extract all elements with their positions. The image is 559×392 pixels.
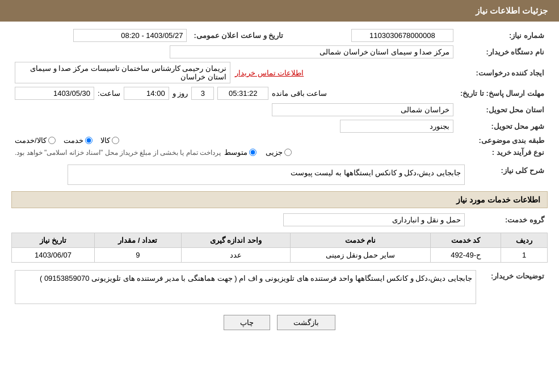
- category-option-kala-khadamat[interactable]: کالا/خدمت: [15, 136, 56, 145]
- contact-link[interactable]: اطلاعات تماس خریدار: [235, 69, 304, 77]
- category-option-kala-label: کالا: [100, 136, 110, 145]
- general-desc-value: جابجایی دیش،دکل و کانکس ایستگاهها به لیس…: [11, 163, 468, 187]
- services-table-header-row: ردیف کد خدمت نام خدمت واحد اندازه گیری ت…: [12, 233, 548, 248]
- requester-row: ایجاد کننده درخواست: نریمان رحیمی کارشنا…: [11, 60, 548, 85]
- announce-date-input: 1403/05/27 - 08:20: [73, 29, 187, 42]
- reply-time-input: 14:00: [124, 87, 169, 100]
- province-row: استان محل تحویل: خراسان شمالی: [11, 102, 548, 118]
- services-section: ردیف کد خدمت نام خدمت واحد اندازه گیری ت…: [11, 233, 548, 263]
- cell-name: سایر حمل ونقل زمینی: [291, 248, 431, 263]
- announce-date-label: تاریخ و ساعت اعلان عمومی:: [190, 27, 295, 44]
- general-desc-row: شرح کلی نیاز: جابجایی دیش،دکل و کانکس ای…: [11, 163, 548, 187]
- page-container: جزئیات اطلاعات نیاز شماره نیاز: 11030306…: [0, 0, 559, 392]
- city-input: بجنورد: [340, 120, 453, 133]
- remaining-input: 05:31:22: [217, 87, 268, 100]
- print-button[interactable]: چاپ: [224, 315, 270, 330]
- cell-unit: عدد: [181, 248, 290, 263]
- city-label: شهر محل تحویل:: [457, 118, 548, 134]
- category-radio-khadamat[interactable]: [85, 137, 93, 144]
- services-table-body: 1 ح-49-492 سایر حمل ونقل زمینی عدد 9 140…: [12, 248, 548, 263]
- category-label: طبقه بندی موضوعی:: [457, 134, 548, 146]
- remaining-label: ساعت باقی مانده: [272, 89, 327, 98]
- general-desc-input[interactable]: جابجایی دیش،دکل و کانکس ایستگاهها به لیس…: [68, 165, 465, 185]
- service-group-row: گروه خدمت: حمل و نقل و انبارداری: [11, 212, 548, 228]
- requester-label: ایجاد کننده درخواست:: [457, 60, 548, 85]
- buyer-org-row: نام دستگاه خریدار: مرکز صدا و سیمای استا…: [11, 44, 548, 60]
- category-option-kala-khadamat-label: کالا/خدمت: [15, 136, 47, 145]
- need-number-input: 1103030678000008: [351, 29, 453, 42]
- buyer-desc-label: توضیحات خریدار:: [480, 268, 548, 306]
- purchase-type-radio-jozee[interactable]: [284, 149, 292, 156]
- buyer-org-label: نام دستگاه خریدار:: [457, 44, 548, 60]
- need-number-row: شماره نیاز: 1103030678000008 تاریخ و ساع…: [11, 27, 548, 44]
- purchase-type-option-jozee[interactable]: جزیی: [266, 148, 292, 157]
- purchase-type-label: نوع فرآیند خرید :: [457, 146, 548, 158]
- reply-deadline-row: مهلت ارسال پاسخ: تا تاریخ: 1403/05/30 سا…: [11, 85, 548, 102]
- province-value: خراسان شمالی: [11, 102, 457, 118]
- back-button[interactable]: بازگشت: [277, 315, 335, 330]
- purchase-type-mutavasset-label: متوسط: [224, 148, 247, 157]
- category-value: کالا/خدمت خدمت کالا: [11, 134, 457, 146]
- page-header: جزئیات اطلاعات نیاز: [0, 0, 559, 22]
- info-table: شماره نیاز: 1103030678000008 تاریخ و ساع…: [11, 27, 548, 158]
- buyer-org-input: مرکز صدا و سیمای استان خراسان شمالی: [170, 45, 453, 58]
- buyer-desc-value: جابجایی دیش،دکل و کانکس ایستگاهها واحد ف…: [11, 268, 480, 306]
- general-desc-table: شرح کلی نیاز: جابجایی دیش،دکل و کانکس ای…: [11, 163, 548, 187]
- service-group-table: گروه خدمت: حمل و نقل و انبارداری: [11, 212, 548, 228]
- announce-date-value: 1403/05/27 - 08:20: [11, 27, 190, 44]
- page-title: جزئیات اطلاعات نیاز: [476, 6, 548, 15]
- purchase-type-option-mutavasset[interactable]: متوسط: [224, 148, 257, 157]
- buyer-org-value: مرکز صدا و سیمای استان خراسان شمالی: [11, 44, 457, 60]
- purchase-type-value: پرداخت تمام یا بخشی از مبلغ خریداز محل "…: [11, 146, 457, 158]
- category-radio-kala-khadamat[interactable]: [48, 137, 56, 144]
- reply-time-label: ساعت:: [98, 89, 120, 98]
- city-row: شهر محل تحویل: بجنورد: [11, 118, 548, 134]
- category-option-khadamat[interactable]: خدمت: [64, 136, 93, 145]
- services-table-head: ردیف کد خدمت نام خدمت واحد اندازه گیری ت…: [12, 233, 548, 248]
- cell-code: ح-49-492: [430, 248, 501, 263]
- category-radio-kala[interactable]: [112, 137, 119, 144]
- category-option-kala[interactable]: کالا: [100, 136, 119, 145]
- cell-row: 1: [501, 248, 548, 263]
- reply-deadline-label: مهلت ارسال پاسخ: تا تاریخ:: [457, 85, 548, 102]
- service-group-label: گروه خدمت:: [468, 212, 548, 228]
- services-section-header: اطلاعات خدمات مورد نیاز: [11, 191, 548, 208]
- purchase-type-jozee-label: جزیی: [266, 148, 283, 157]
- category-option-khadamat-label: خدمت: [64, 136, 83, 145]
- col-header-unit: واحد اندازه گیری: [181, 233, 290, 248]
- table-row: 1 ح-49-492 سایر حمل ونقل زمینی عدد 9 140…: [12, 248, 548, 263]
- buyer-desc-input[interactable]: جابجایی دیش،دکل و کانکس ایستگاهها واحد ف…: [15, 270, 476, 304]
- requester-input: نریمان رحیمی کارشناس ساختمان تاسیسات مرک…: [15, 62, 230, 83]
- purchase-type-row-inner: پرداخت تمام یا بخشی از مبلغ خریداز محل "…: [15, 148, 453, 157]
- category-row: طبقه بندی موضوعی: کالا/خدمت خدمت کالا: [11, 134, 548, 146]
- cell-quantity: 9: [95, 248, 182, 263]
- days-label: روز و: [173, 89, 188, 98]
- general-desc-label: شرح کلی نیاز:: [468, 163, 548, 187]
- category-radio-group: کالا/خدمت خدمت کالا: [15, 136, 453, 145]
- services-table: ردیف کد خدمت نام خدمت واحد اندازه گیری ت…: [11, 233, 548, 263]
- buyer-desc-row: توضیحات خریدار: جابجایی دیش،دکل و کانکس …: [11, 268, 548, 306]
- service-group-value: حمل و نقل و انبارداری: [11, 212, 468, 228]
- province-label: استان محل تحویل:: [457, 102, 548, 118]
- buyer-desc-table: توضیحات خریدار: جابجایی دیش،دکل و کانکس …: [11, 268, 548, 306]
- days-input: 3: [191, 87, 214, 100]
- col-header-row: ردیف: [501, 233, 548, 248]
- reply-deadline-value: 1403/05/30 ساعت: 14:00 روز و 3 05:31:22 …: [11, 85, 457, 102]
- requester-value: نریمان رحیمی کارشناس ساختمان تاسیسات مرک…: [11, 60, 457, 85]
- buttons-row: بازگشت چاپ: [11, 315, 548, 330]
- col-header-name: نام خدمت: [291, 233, 431, 248]
- col-header-date: تاریخ نیاز: [12, 233, 95, 248]
- service-group-input: حمل و نقل و انبارداری: [283, 213, 465, 226]
- need-number-label: شماره نیاز:: [457, 27, 548, 44]
- col-header-quantity: تعداد / مقدار: [95, 233, 182, 248]
- purchase-type-note: پرداخت تمام یا بخشی از مبلغ خریداز محل "…: [15, 149, 221, 157]
- cell-date: 1403/06/07: [12, 248, 95, 263]
- province-input: خراسان شمالی: [272, 103, 453, 116]
- reply-date-input: 1403/05/30: [15, 87, 94, 100]
- need-number-value: 1103030678000008: [295, 27, 457, 44]
- purchase-type-row: نوع فرآیند خرید : پرداخت تمام یا بخشی از…: [11, 146, 548, 158]
- purchase-type-radio-mutavasset[interactable]: [249, 149, 257, 156]
- col-header-code: کد خدمت: [430, 233, 501, 248]
- city-value: بجنورد: [11, 118, 457, 134]
- content-area: شماره نیاز: 1103030678000008 تاریخ و ساع…: [0, 22, 559, 342]
